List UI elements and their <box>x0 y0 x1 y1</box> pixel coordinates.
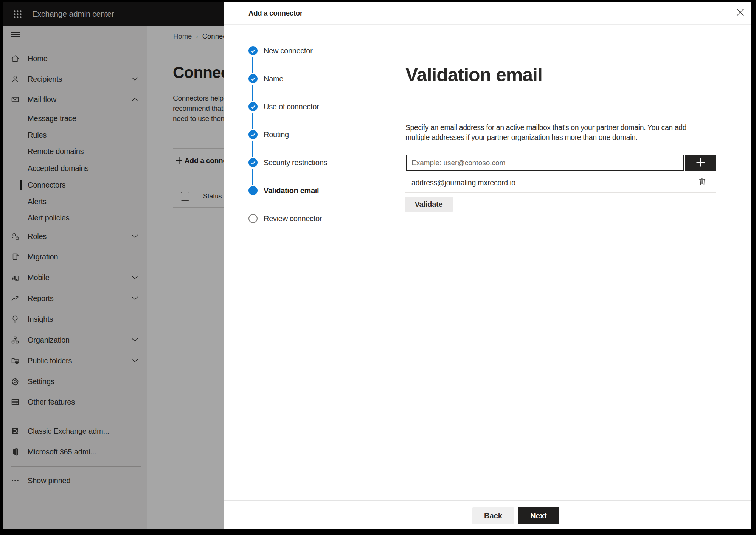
close-icon <box>737 9 744 17</box>
step-description-line: multiple addresses if your partner organ… <box>405 132 686 142</box>
step-description: Specify an email address for an active m… <box>405 123 686 142</box>
wizard-step-name[interactable]: Name <box>264 73 283 84</box>
steps-content-divider <box>380 25 380 500</box>
add-connector-modal: Add a connector New connectorNameUse of … <box>224 2 751 529</box>
step-circle-completed-check-icon[interactable] <box>248 74 258 83</box>
validate-button[interactable]: Validate <box>405 197 453 212</box>
step-connector-line <box>252 85 253 101</box>
trash-icon <box>699 177 706 187</box>
step-circle-completed-check-icon[interactable] <box>248 102 258 111</box>
wizard-step-validation-email[interactable]: Validation email <box>264 185 319 196</box>
step-circle-completed-check-icon[interactable] <box>248 158 258 167</box>
step-connector-line <box>252 113 253 129</box>
modal-dim-overlay <box>3 2 224 529</box>
step-connector-line <box>252 169 253 185</box>
step-connector-line <box>253 197 253 212</box>
close-button[interactable] <box>733 6 747 20</box>
wizard-step-use-of-connector[interactable]: Use of connector <box>264 101 319 112</box>
delete-address-button[interactable] <box>696 176 708 188</box>
validation-email-input[interactable] <box>406 155 684 171</box>
modal-footer: Back Next <box>224 500 751 529</box>
wizard-step-routing[interactable]: Routing <box>264 129 289 140</box>
wizard-step-review-connector[interactable]: Review connector <box>264 213 322 224</box>
modal-header-divider <box>224 24 751 25</box>
screen: Exchange admin center HomeRecipientsMail… <box>3 2 751 529</box>
step-description-line: Specify an email address for an active m… <box>405 123 686 132</box>
next-button[interactable]: Next <box>518 507 559 524</box>
step-circle-completed-check-icon[interactable] <box>248 46 258 55</box>
divider <box>405 192 716 193</box>
step-circle-upcoming-icon[interactable] <box>248 214 258 223</box>
modal-title: Add a connector <box>248 2 303 24</box>
step-connector-line <box>252 57 253 73</box>
step-heading: Validation email <box>405 64 542 86</box>
back-button[interactable]: Back <box>472 507 514 524</box>
add-email-button[interactable] <box>685 155 716 171</box>
wizard-step-security-restrictions[interactable]: Security restrictions <box>264 157 327 168</box>
plus-icon <box>696 158 705 168</box>
step-connector-line <box>252 141 253 157</box>
wizard-step-new-connector[interactable]: New connector <box>264 45 313 56</box>
address-email: address@journaling.mxrecord.io <box>411 177 515 188</box>
step-circle-completed-check-icon[interactable] <box>248 130 258 139</box>
step-circle-current-icon[interactable] <box>248 186 258 195</box>
